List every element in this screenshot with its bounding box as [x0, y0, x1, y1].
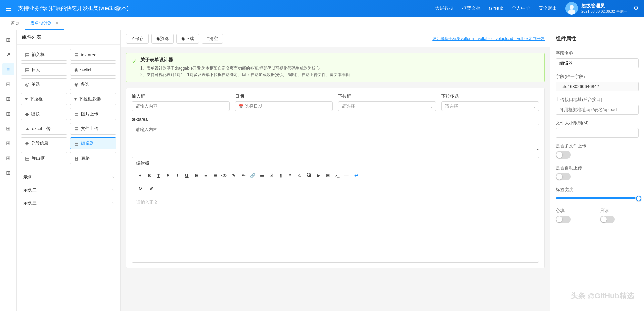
- upload-url-input[interactable]: [556, 105, 639, 115]
- component-item-switch[interactable]: ◉ switch: [70, 63, 117, 76]
- component-item-editor[interactable]: ▤ 编辑器: [70, 137, 117, 149]
- editor-font[interactable]: F: [164, 171, 172, 180]
- sidebar-icon-grid5[interactable]: ⊞: [2, 152, 14, 164]
- nav-github[interactable]: GitHub: [489, 6, 503, 11]
- editor-undo[interactable]: ↩: [352, 171, 360, 180]
- example-item-3[interactable]: 示例三 ›: [21, 196, 116, 209]
- example-item-2[interactable]: 示例二 ›: [21, 184, 116, 196]
- component-item-section[interactable]: ◈ 分段信息: [21, 137, 67, 149]
- multi-upload-toggle[interactable]: [556, 151, 571, 159]
- component-item-image-upload[interactable]: ▤ 图片上传: [70, 108, 117, 120]
- prop-multi-upload: 是否多文件上传: [556, 143, 639, 160]
- editor-strike[interactable]: S: [192, 171, 201, 180]
- component-item-file-upload[interactable]: ▤ 文件上传: [70, 123, 117, 135]
- chevron-right-icon-1: ›: [112, 175, 114, 180]
- prop-label-width: 标签宽度: [556, 187, 639, 202]
- tab-bar: 首页 表单设计器 ✕: [0, 17, 644, 30]
- editor-link[interactable]: 🔗: [248, 171, 257, 180]
- checkbox-icon: ◉: [74, 82, 78, 87]
- editor-underline-t[interactable]: T: [154, 171, 163, 180]
- editor-image[interactable]: 🖼: [305, 171, 313, 180]
- component-item-date[interactable]: ▤ 日期: [21, 63, 67, 76]
- required-toggle[interactable]: [556, 216, 571, 223]
- editor-hr[interactable]: —: [342, 171, 351, 180]
- nav-docs[interactable]: 框架文档: [462, 5, 481, 11]
- file-size-input[interactable]: [556, 128, 639, 138]
- component-item-radio[interactable]: ◎ 单选: [21, 78, 67, 90]
- example-item-1[interactable]: 示例一 ›: [21, 171, 116, 184]
- editor-italic[interactable]: I: [173, 171, 182, 180]
- component-item-multiselect[interactable]: ▾ 下拉框多选: [70, 93, 117, 105]
- date-field[interactable]: [235, 101, 333, 111]
- editor-h[interactable]: H: [136, 171, 144, 180]
- sidebar-icon-grid2[interactable]: ⊞: [2, 107, 14, 120]
- editor-underline[interactable]: U: [182, 171, 191, 180]
- nav-profile[interactable]: 个人中心: [512, 5, 530, 11]
- component-item-cascade[interactable]: ◆ 级联: [21, 108, 67, 120]
- sidebar-icon-grid6[interactable]: ⊞: [2, 167, 14, 179]
- editor-terminal[interactable]: >_: [333, 171, 341, 180]
- framework-link[interactable]: 设计器基于框架volform、voltable、volupload、volbox…: [432, 36, 545, 42]
- input-field[interactable]: [132, 101, 230, 111]
- component-item-textarea[interactable]: ▤ textarea: [70, 49, 117, 61]
- prop-file-size: 文件大小限制(M): [556, 120, 639, 138]
- editor-redo[interactable]: ↻: [136, 184, 144, 193]
- field-name-label: 字段名称: [556, 50, 639, 56]
- editor-quote[interactable]: ❝: [286, 171, 294, 180]
- component-item-checkbox[interactable]: ◉ 多选: [70, 78, 117, 90]
- auto-upload-toggle[interactable]: [556, 173, 571, 180]
- nav-logout[interactable]: 安全退出: [538, 5, 557, 11]
- component-item-select[interactable]: ▾ 下拉框: [21, 93, 67, 105]
- unique-field-label: 字段(唯一字段): [556, 74, 639, 80]
- user-name: 超级管理员: [581, 3, 627, 9]
- top-navbar: ☰ 支持业务代码扩展的快速开发框架(vue3.x版本) 大屏数据 框架文档 Gi…: [0, 0, 644, 17]
- editor-video[interactable]: ▶: [314, 171, 323, 180]
- sidebar-icon-home[interactable]: ⊞: [2, 34, 14, 46]
- component-item-popup[interactable]: ▤ 弹出框: [21, 152, 67, 164]
- user-info: 超级管理员 2021.08.30 02:36:32 星期一: [581, 3, 627, 14]
- editor-body[interactable]: 请输入正文: [132, 195, 539, 262]
- sidebar-icon-grid4[interactable]: ⊞: [2, 137, 14, 149]
- save-button[interactable]: ✓保存: [126, 34, 149, 44]
- editor-bold[interactable]: B: [145, 171, 154, 180]
- editor-align[interactable]: ≡: [201, 171, 210, 180]
- editor-emoji[interactable]: ☺: [295, 171, 304, 180]
- editor-pen[interactable]: ✏: [239, 171, 248, 180]
- editor-check[interactable]: ☑: [267, 171, 276, 180]
- label-width-slider[interactable]: [556, 197, 639, 199]
- prop-required: 必填: [556, 208, 595, 224]
- field-multiselect: 下拉多选 请选择: [441, 93, 539, 111]
- sidebar-icon-filter[interactable]: ⊟: [2, 78, 14, 90]
- editor-para[interactable]: ¶: [276, 171, 285, 180]
- sidebar-icon-form[interactable]: ≡: [2, 63, 14, 75]
- editor-fullscreen[interactable]: ⤢: [147, 184, 156, 193]
- clear-button[interactable]: □清空: [202, 34, 223, 44]
- sidebar-icon-share[interactable]: ↗: [2, 48, 14, 60]
- editor-indent[interactable]: ≣: [211, 171, 219, 180]
- editor-table[interactable]: ⊞: [323, 171, 332, 180]
- nav-bigscreen[interactable]: 大屏数据: [435, 5, 454, 11]
- tab-close-icon[interactable]: ✕: [55, 21, 59, 26]
- editor-list[interactable]: ☰: [258, 171, 266, 180]
- gear-icon[interactable]: ⚙: [633, 5, 639, 12]
- menu-icon[interactable]: ☰: [5, 4, 11, 12]
- prop-readonly: 只读: [600, 208, 639, 224]
- sidebar-icon-grid3[interactable]: ⊞: [2, 122, 14, 134]
- download-button[interactable]: ◉下载: [176, 34, 199, 44]
- component-item-input[interactable]: ▤ 输入框: [21, 49, 67, 61]
- component-item-table[interactable]: ▦ 表格: [70, 152, 117, 164]
- tab-home[interactable]: 首页: [5, 17, 25, 30]
- textarea-field[interactable]: [132, 124, 539, 150]
- multiselect-field[interactable]: 请选择: [441, 101, 539, 111]
- field-name-input[interactable]: [556, 58, 639, 68]
- select-field[interactable]: 请选择: [338, 101, 436, 111]
- editor-draw[interactable]: ✎: [229, 171, 238, 180]
- tab-form-designer[interactable]: 表单设计器 ✕: [25, 17, 64, 30]
- editor-label: 编辑器: [132, 157, 539, 169]
- component-item-excel-upload[interactable]: ▲ excel上传: [21, 123, 67, 135]
- sidebar-icon-grid1[interactable]: ⊞: [2, 93, 14, 105]
- component-grid: ▤ 输入框 ▤ textarea ▤ 日期 ◉ switch ◎ 单选 ◉ 多选: [17, 45, 120, 168]
- editor-code[interactable]: </>: [220, 171, 229, 180]
- preview-button[interactable]: ◉预览: [151, 34, 174, 44]
- readonly-toggle[interactable]: [600, 216, 615, 223]
